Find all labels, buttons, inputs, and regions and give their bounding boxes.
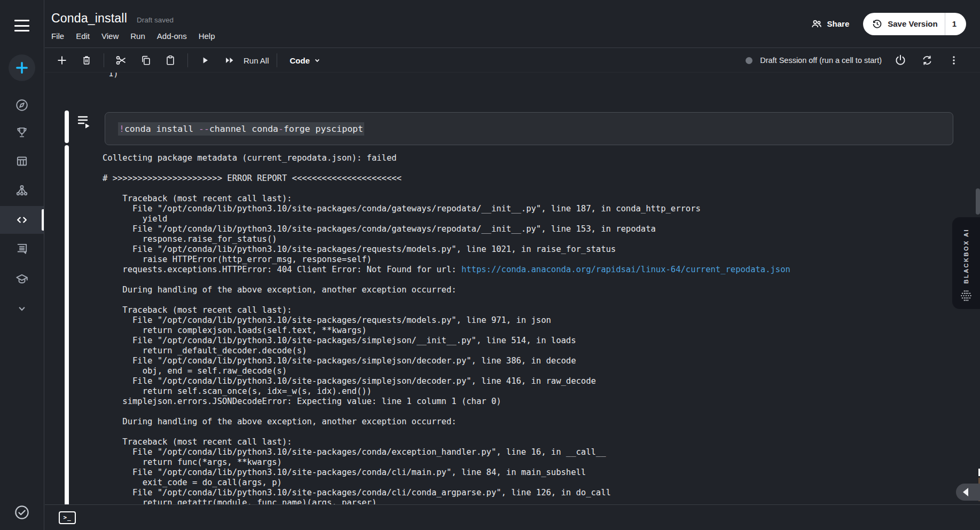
menu-file[interactable]: File <box>51 30 69 42</box>
scrollbar-thumb[interactable] <box>976 188 980 215</box>
sidebar-item-more[interactable] <box>0 295 44 322</box>
collapse-panel-button[interactable] <box>956 484 980 501</box>
fast-forward-icon <box>224 54 236 66</box>
cell-options-icon[interactable] <box>77 114 91 129</box>
save-version-button[interactable]: Save Version 1 <box>863 13 966 35</box>
console-button[interactable]: >_ <box>59 511 76 524</box>
draft-saved-status: Draft saved <box>137 16 174 26</box>
plus-icon <box>15 61 29 75</box>
blackbox-ai-extension-tab[interactable]: BLACKBOX AI <box>952 217 980 309</box>
code-cell-indicator-bar[interactable] <box>65 110 69 143</box>
delete-cell-button[interactable] <box>77 51 96 69</box>
create-button[interactable] <box>9 54 35 81</box>
menu-view[interactable]: View <box>101 30 124 42</box>
sidebar-item-learn[interactable] <box>0 265 44 293</box>
menu-edit[interactable]: Edit <box>76 30 95 42</box>
cut-cell-button[interactable] <box>112 51 131 69</box>
sidebar-item-discussions[interactable] <box>0 235 44 263</box>
hamburger-menu-icon[interactable] <box>14 20 29 31</box>
menu-bar: File Edit View Run Add-ons Help <box>51 30 224 42</box>
chevron-down-icon <box>15 302 29 315</box>
save-version-label: Save Version <box>888 19 937 28</box>
kebab-menu-icon[interactable] <box>946 52 962 68</box>
models-network-icon <box>15 184 29 197</box>
sidebar-item-home[interactable] <box>0 91 44 119</box>
add-cell-button[interactable] <box>52 51 72 69</box>
bottom-bar: >_ <box>45 504 980 530</box>
copy-cell-button[interactable] <box>136 51 155 69</box>
trophy-icon <box>15 125 29 139</box>
toolbar-divider <box>104 53 104 67</box>
sidebar <box>0 0 44 530</box>
compass-icon <box>15 98 29 112</box>
cell-type-label: Code <box>290 56 310 65</box>
menu-help[interactable]: Help <box>199 30 221 42</box>
scissors-icon <box>115 54 128 67</box>
play-icon <box>200 55 210 66</box>
cell-output: Collecting package metadata (current_rep… <box>103 153 790 504</box>
graduation-cap-icon <box>15 272 29 286</box>
power-button[interactable] <box>892 52 908 68</box>
history-clock-icon <box>872 18 883 29</box>
notebook-title[interactable]: Conda_install <box>51 11 127 26</box>
comment-icon <box>15 242 29 256</box>
menu-run[interactable]: Run <box>130 30 151 42</box>
datasets-grid-icon <box>15 154 29 168</box>
sidebar-item-competitions[interactable] <box>0 118 44 146</box>
output-cell-indicator-bar[interactable] <box>65 145 69 504</box>
share-people-icon <box>811 18 822 30</box>
clipboard-icon <box>164 54 176 66</box>
share-label: Share <box>827 19 850 28</box>
sidebar-item-models[interactable] <box>0 177 44 204</box>
code-cell-source[interactable]: !conda install --channel conda-forge pys… <box>118 124 364 134</box>
blackbox-ai-label: BLACKBOX AI <box>963 228 969 283</box>
header: Conda_install Draft saved File Edit View… <box>45 0 980 48</box>
sidebar-item-datasets[interactable] <box>0 147 44 175</box>
run-all-button[interactable] <box>220 51 239 69</box>
copy-icon <box>140 54 152 66</box>
paste-cell-button[interactable] <box>161 51 180 69</box>
run-cell-button[interactable] <box>195 51 215 69</box>
notebook-scroll-area[interactable]: 1) !conda install --channel conda-forge … <box>45 73 980 504</box>
code-cell[interactable]: !conda install --channel conda-forge pys… <box>105 112 953 145</box>
toolbar-divider <box>277 53 277 67</box>
triangle-left-icon <box>963 488 968 496</box>
terminal-icon: >_ <box>63 514 71 521</box>
clipped-previous-cell-text: 1) <box>108 73 119 79</box>
sidebar-sync-status <box>0 499 44 526</box>
code-icon <box>15 213 29 227</box>
restart-session-button[interactable] <box>919 52 935 68</box>
menu-addons[interactable]: Add-ons <box>157 30 192 42</box>
notebook-toolbar: Run All Code Draft Session off (run a ce… <box>45 49 980 73</box>
session-status-text: Draft Session off (run a cell to start) <box>760 56 882 65</box>
check-circle-icon <box>14 504 30 520</box>
blackbox-dots-logo-icon <box>959 289 973 303</box>
sidebar-item-code[interactable] <box>0 206 44 234</box>
session-status-dot <box>746 57 752 64</box>
toolbar-divider <box>187 53 188 67</box>
kaggle-notebook-app: Conda_install Draft saved File Edit View… <box>0 0 980 530</box>
output-url-link[interactable]: https://conda.anaconda.org/rapidsai/linu… <box>461 265 790 274</box>
version-count[interactable]: 1 <box>952 19 958 28</box>
pill-divider <box>945 13 945 35</box>
trash-icon <box>81 54 92 66</box>
chevron-down-icon <box>312 55 323 66</box>
session-status: Draft Session off (run a cell to start) <box>746 56 882 65</box>
share-button[interactable]: Share <box>811 18 850 30</box>
cell-type-dropdown[interactable]: Code <box>290 55 323 66</box>
run-all-label[interactable]: Run All <box>244 56 269 65</box>
